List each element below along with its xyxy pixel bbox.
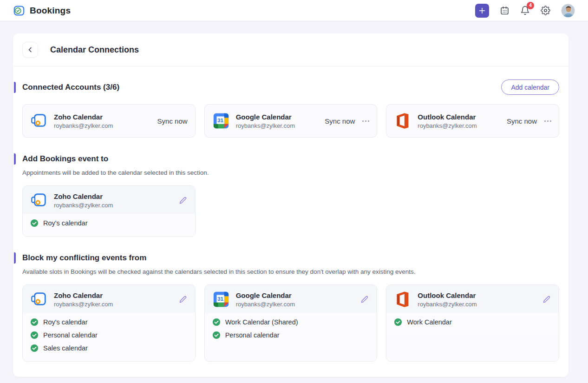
topbar-actions: 4 — [475, 4, 575, 18]
account-email: roybanks@zylker.com — [54, 301, 113, 308]
connected-account-card-google: Google Calendar roybanks@zylker.com Sync… — [204, 104, 378, 138]
check-circle-icon — [30, 344, 39, 352]
check-circle-icon — [212, 331, 221, 339]
pencil-icon — [179, 197, 187, 204]
section-accent-bar — [14, 82, 16, 93]
google-calendar-icon — [212, 291, 230, 308]
check-circle-icon — [394, 318, 402, 326]
back-button[interactable] — [22, 42, 38, 58]
avatar-photo — [562, 4, 575, 18]
calendar-connections-panel: Calendar Connections Connected Accounts … — [13, 33, 568, 377]
outlook-calendar-icon — [394, 112, 412, 130]
calendar-label: Roy's calendar — [43, 219, 87, 227]
account-email: roybanks@zylker.com — [54, 202, 113, 209]
account-email: roybanks@zylker.com — [418, 122, 477, 129]
connected-account-card-outlook: Outlook Calendar roybanks@zylker.com Syn… — [386, 104, 559, 138]
check-circle-icon — [30, 219, 39, 227]
notification-count-badge: 4 — [527, 2, 534, 9]
section-accent-bar — [14, 252, 16, 264]
create-new-button[interactable] — [475, 4, 489, 18]
calendar-label: Sales calendar — [43, 344, 88, 352]
block-card-outlook: Outlook Calendar roybanks@zylker.com Wor… — [386, 284, 559, 362]
calendar-view-button[interactable] — [500, 6, 510, 15]
top-navigation-bar: Bookings 4 — [0, 0, 588, 21]
account-name: Outlook Calendar — [418, 113, 477, 121]
calendar-label: Roy's calendar — [43, 318, 87, 326]
check-circle-icon — [212, 318, 221, 326]
pencil-icon — [543, 296, 550, 303]
app-brand: Bookings — [13, 5, 71, 17]
settings-button[interactable] — [541, 6, 550, 15]
section-title-add-event: Add Bookings event to — [22, 154, 108, 164]
account-email: roybanks@zylker.com — [236, 122, 295, 129]
selected-calendar-item: Roy's calendar — [23, 217, 195, 230]
google-calendar-icon — [212, 112, 230, 130]
check-circle-icon — [30, 318, 39, 326]
pencil-icon — [361, 296, 368, 303]
section-title-connected: Connected Accounts (3/6) — [22, 83, 119, 92]
section-accent-bar — [14, 153, 16, 165]
selected-calendar-item: Work Calendar (Shared) — [205, 316, 377, 329]
gear-icon — [541, 6, 550, 15]
section-connected-accounts: Connected Accounts (3/6) Add calendar Zo… — [22, 79, 559, 138]
user-avatar[interactable] — [561, 4, 575, 18]
connected-account-card-zoho: Zoho Calendar roybanks@zylker.com Sync n… — [22, 104, 196, 138]
account-name: Zoho Calendar — [54, 113, 113, 121]
account-email: roybanks@zylker.com — [418, 301, 477, 308]
section-description: Appointments will be added to the calend… — [22, 169, 559, 176]
page-title: Calendar Connections — [50, 45, 139, 55]
add-event-card-zoho: Zoho Calendar roybanks@zylker.com Roy's … — [22, 185, 196, 237]
selected-calendar-item: Work Calendar — [386, 316, 559, 329]
more-options-icon[interactable] — [544, 119, 551, 124]
account-name: Google Calendar — [236, 113, 295, 121]
edit-button[interactable] — [360, 295, 369, 304]
pencil-icon — [179, 296, 187, 303]
account-email: roybanks@zylker.com — [54, 122, 113, 129]
calendar-label: Personal calendar — [225, 331, 280, 339]
selected-calendar-item: Personal calendar — [23, 329, 195, 342]
section-description: Available slots in Bookings will be chec… — [22, 268, 559, 275]
sync-now-link-outlook[interactable]: Sync now — [507, 117, 537, 125]
sync-now-link-google[interactable]: Sync now — [325, 117, 355, 125]
panel-header: Calendar Connections — [13, 33, 568, 66]
edit-button[interactable] — [178, 196, 188, 205]
block-card-zoho: Zoho Calendar roybanks@zylker.com Roy's … — [22, 284, 196, 362]
bookings-logo-icon — [13, 5, 25, 17]
account-email: roybanks@zylker.com — [236, 301, 295, 308]
add-calendar-button[interactable]: Add calendar — [501, 79, 559, 95]
app-title: Bookings — [30, 6, 71, 16]
calendar-label: Personal calendar — [43, 331, 98, 339]
account-name: Zoho Calendar — [54, 192, 113, 200]
block-card-google: Google Calendar roybanks@zylker.com Work… — [204, 284, 378, 362]
more-options-icon[interactable] — [362, 119, 369, 124]
sync-now-link-zoho[interactable]: Sync now — [157, 117, 188, 125]
selected-calendar-item: Personal calendar — [205, 329, 377, 342]
section-title-block: Block my conflicting events from — [22, 253, 146, 263]
selected-calendar-item: Roy's calendar — [23, 316, 195, 329]
zoho-calendar-icon — [30, 291, 48, 308]
outlook-calendar-icon — [394, 291, 412, 308]
calendar-label: Work Calendar — [407, 318, 451, 326]
zoho-calendar-icon — [30, 192, 48, 209]
account-name: Zoho Calendar — [54, 291, 113, 299]
section-add-event-to: Add Bookings event to Appointments will … — [22, 153, 559, 237]
edit-button[interactable] — [178, 295, 188, 304]
section-block-conflicts: Block my conflicting events from Availab… — [22, 252, 559, 362]
calendar-icon — [500, 6, 510, 15]
panel-body: Connected Accounts (3/6) Add calendar Zo… — [13, 66, 568, 377]
zoho-calendar-icon — [30, 112, 48, 130]
chevron-left-icon — [27, 46, 33, 53]
calendar-label: Work Calendar (Shared) — [225, 318, 298, 326]
selected-calendar-item: Sales calendar — [23, 342, 195, 355]
edit-button[interactable] — [542, 295, 551, 304]
account-name: Google Calendar — [236, 291, 295, 299]
account-name: Outlook Calendar — [418, 291, 477, 299]
plus-icon — [478, 7, 486, 14]
check-circle-icon — [30, 331, 39, 339]
notifications-button[interactable]: 4 — [520, 6, 530, 15]
